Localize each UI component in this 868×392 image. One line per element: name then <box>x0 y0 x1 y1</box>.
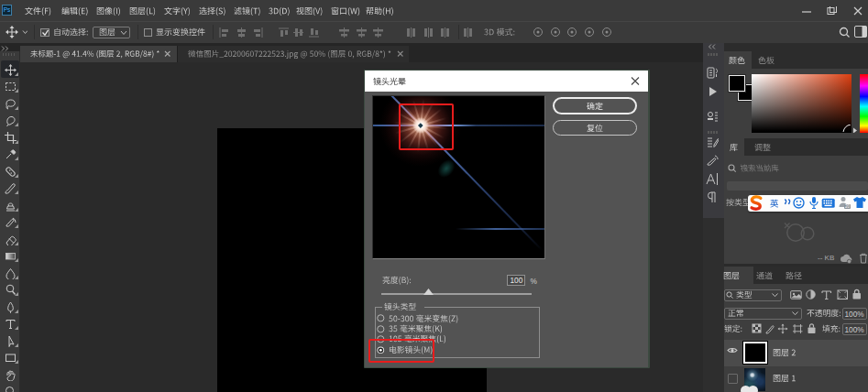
svg-text:20: 20 <box>845 204 851 209</box>
